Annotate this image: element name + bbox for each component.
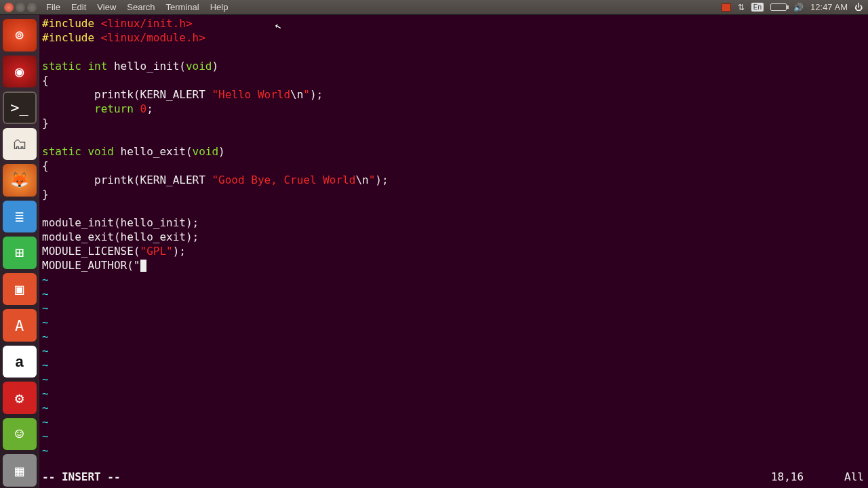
- code-text: hello_exit(: [114, 145, 193, 158]
- vim-tilde: ~: [42, 444, 49, 457]
- notification-icon[interactable]: [722, 3, 731, 12]
- code-text: );: [173, 245, 186, 258]
- settings-icon[interactable]: ⚙: [3, 382, 37, 414]
- code-text: "Good Bye, Cruel World: [212, 174, 355, 186]
- vim-scroll: All: [844, 470, 864, 484]
- code-text: [42, 102, 94, 115]
- vim-tilde: ~: [42, 316, 49, 329]
- menu-search[interactable]: Search: [121, 2, 160, 12]
- vim-status-bar: -- INSERT -- 18,16 All: [42, 470, 864, 484]
- firefox-icon[interactable]: 🦊: [3, 164, 37, 197]
- code-text: printk(KERN_ALERT: [42, 88, 212, 101]
- code-text: static: [42, 145, 81, 158]
- code-text: }: [42, 188, 49, 201]
- code-text: module_exit(hello_exit);: [42, 230, 199, 243]
- clock[interactable]: 12:47 AM: [810, 2, 848, 12]
- code-text: <linux/module.h>: [101, 31, 205, 44]
- code-text: void: [186, 60, 212, 73]
- vim-position: 18,16: [771, 470, 804, 484]
- code-text: ": [303, 88, 310, 101]
- minimize-icon[interactable]: [16, 3, 25, 12]
- menu-view[interactable]: View: [92, 2, 121, 12]
- vim-tilde: ~: [42, 287, 49, 300]
- code-text: "GPL": [140, 245, 173, 258]
- vim-tilde: ~: [42, 401, 49, 414]
- code-text: ): [212, 60, 218, 73]
- code-text: printk(KERN_ALERT: [42, 174, 212, 186]
- code-text: #include: [42, 31, 101, 44]
- code-text: static: [42, 60, 81, 73]
- files-icon[interactable]: 🗂: [3, 128, 37, 161]
- menu-terminal[interactable]: Terminal: [161, 2, 205, 12]
- system-tray: ⇅ En 🔊 12:47 AM ⏻: [722, 2, 868, 12]
- code-text: <linux/init.h>: [101, 17, 193, 30]
- code-text: MODULE_AUTHOR(": [42, 259, 140, 272]
- code-text: #include: [42, 17, 101, 30]
- vim-tilde: ~: [42, 273, 49, 286]
- terminal-icon[interactable]: >_: [3, 92, 37, 124]
- app-red-icon[interactable]: ◉: [3, 56, 37, 88]
- misc1-icon[interactable]: ☺: [3, 418, 37, 451]
- vim-tilde: ~: [42, 344, 49, 357]
- network-icon[interactable]: ⇅: [738, 3, 745, 12]
- code-text: void: [81, 145, 114, 158]
- code-text: }: [42, 117, 49, 129]
- code-text: );: [310, 88, 323, 101]
- code-text: ;: [146, 102, 153, 115]
- code-text: {: [42, 159, 49, 172]
- window-controls: [0, 3, 41, 12]
- text-cursor: [140, 260, 146, 272]
- vim-tilde: ~: [42, 415, 49, 428]
- writer-icon[interactable]: ≣: [3, 201, 37, 233]
- code-text: 0: [140, 102, 147, 115]
- vim-tilde: ~: [42, 387, 49, 400]
- dash-icon[interactable]: ⊚: [3, 19, 37, 52]
- calc-icon[interactable]: ⊞: [3, 237, 37, 269]
- menu-help[interactable]: Help: [205, 2, 234, 12]
- code-text: hello_init(: [107, 60, 186, 73]
- close-icon[interactable]: [4, 3, 14, 12]
- session-icon[interactable]: ⏻: [854, 3, 863, 12]
- software-icon[interactable]: A: [3, 309, 37, 342]
- top-panel: File Edit View Search Terminal Help ⇅ En…: [0, 0, 868, 15]
- code-text: {: [42, 74, 49, 87]
- menu-edit[interactable]: Edit: [66, 2, 92, 12]
- code-text: [134, 102, 140, 115]
- amazon-icon[interactable]: a: [3, 346, 37, 378]
- vim-tilde: ~: [42, 302, 49, 314]
- volume-icon[interactable]: 🔊: [793, 3, 804, 12]
- code-text: ): [218, 145, 225, 158]
- vim-tilde: ~: [42, 373, 49, 386]
- code-text: );: [375, 174, 388, 186]
- vim-tilde: ~: [42, 430, 49, 443]
- code-text: ": [369, 174, 376, 186]
- terminal-editor[interactable]: #include <linux/init.h> #include <linux/…: [39, 15, 868, 488]
- battery-icon[interactable]: [770, 3, 787, 11]
- vim-mode: -- INSERT --: [42, 470, 121, 484]
- vim-tilde: ~: [42, 359, 49, 371]
- maximize-icon[interactable]: [27, 3, 37, 12]
- code-text: void: [193, 145, 219, 158]
- misc2-icon[interactable]: ▦: [3, 454, 37, 487]
- code-text: \n: [355, 174, 368, 186]
- code-text: \n: [290, 88, 303, 101]
- code-text: module_init(hello_init);: [42, 216, 199, 229]
- impress-icon[interactable]: ▣: [3, 273, 37, 306]
- code-text: "Hello World: [212, 88, 290, 101]
- code-text: return: [94, 102, 134, 115]
- unity-launcher: ⊚◉>_🗂🦊≣⊞▣Aa⚙☺▦: [0, 15, 39, 488]
- keyboard-layout[interactable]: En: [751, 3, 764, 12]
- menu-file[interactable]: File: [41, 2, 66, 12]
- code-text: MODULE_LICENSE(: [42, 245, 140, 258]
- vim-tilde: ~: [42, 330, 49, 343]
- code-text: int: [81, 60, 108, 73]
- menu-bar: File Edit View Search Terminal Help: [41, 2, 233, 12]
